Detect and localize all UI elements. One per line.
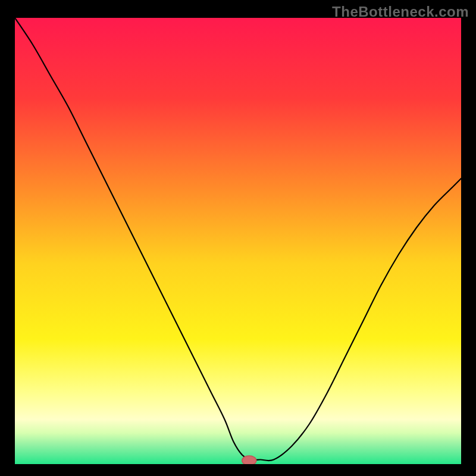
- bottleneck-optimum-marker: [242, 456, 256, 464]
- bottleneck-chart: [15, 18, 461, 464]
- watermark-text: TheBottleneck.com: [332, 4, 469, 20]
- chart-background: [15, 18, 461, 464]
- outer-frame: TheBottleneck.com: [0, 0, 476, 476]
- chart-svg: [15, 18, 461, 464]
